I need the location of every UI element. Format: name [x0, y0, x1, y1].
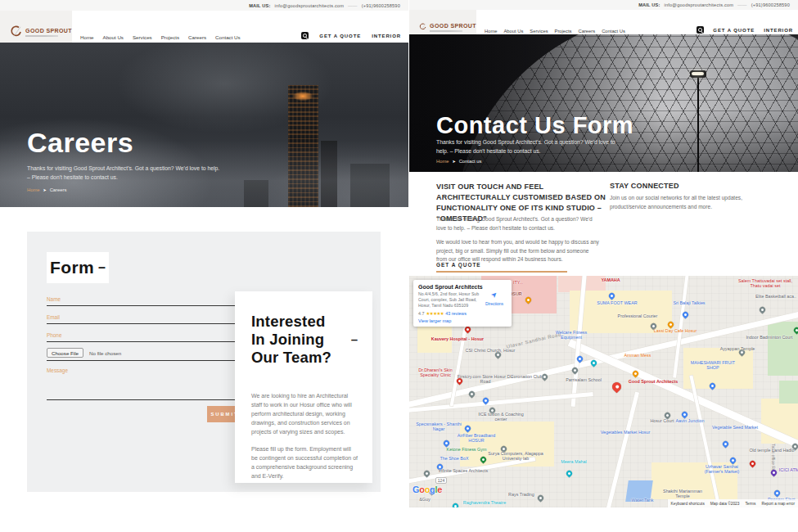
- nav-item-home[interactable]: Home: [80, 34, 94, 40]
- file-status-text: No file chosen: [89, 350, 121, 356]
- map-poi-label[interactable]: Specsmakers - Shanthi Nagar: [414, 422, 463, 432]
- get-a-quote-button[interactable]: GET A QUOTE: [713, 28, 755, 33]
- map-pin[interactable]: [722, 440, 730, 449]
- map-poi-label[interactable]: Kauvery Hospital - Hosur: [424, 336, 491, 341]
- nav-item-about-us[interactable]: About Us: [503, 29, 523, 34]
- join-team-card: Interested In Joining Our Team? – We are…: [235, 291, 372, 483]
- stage: MAIL US: info@goodsproutarchitects.com —…: [0, 0, 798, 532]
- map-poi-label[interactable]: Aavin Junction: [671, 418, 709, 423]
- breadcrumb: Home ➤ Careers: [27, 187, 66, 192]
- map-poi-label[interactable]: Water Tank: [625, 498, 660, 503]
- map-poi-label[interactable]: YAMAHA: [594, 277, 627, 282]
- form-title: Form: [50, 258, 94, 277]
- map-poi-label[interactable]: Professional Courier: [609, 313, 666, 318]
- map-poi-label[interactable]: Sri Balaji Talkies: [666, 300, 712, 305]
- map-pin[interactable]: [759, 306, 767, 314]
- map-poi-label[interactable]: ICICI ATM: [774, 467, 798, 472]
- map-poi-label[interactable]: Vegetables Market Hosur: [596, 430, 655, 435]
- phone-link[interactable]: (+91)9600258590: [362, 3, 400, 8]
- nav-item-projects[interactable]: Projects: [161, 34, 179, 40]
- map-poi-label[interactable]: Elite Basketball aca..: [755, 294, 797, 299]
- report-error-link[interactable]: Report a map error: [761, 502, 795, 506]
- get-a-quote-button[interactable]: GET A QUOTE: [319, 34, 361, 38]
- nav-item-home[interactable]: Home: [485, 29, 497, 34]
- careers-hero: Careers Thanks for visiting Good Sprout …: [0, 43, 408, 207]
- nav-item-about-us[interactable]: About Us: [103, 34, 124, 40]
- choose-file-button[interactable]: Choose File: [47, 348, 83, 358]
- map-poi-label[interactable]: Salem Thattuvadai set stall, Thatu vadai…: [735, 278, 796, 289]
- map-poi-label[interactable]: Parrisalam School: [558, 377, 609, 382]
- reviews-link[interactable]: 43 reviews: [445, 311, 467, 316]
- map-poi-label[interactable]: &Guy: [414, 497, 435, 502]
- map-poi-label[interactable]: Welcare Fitness Equipment: [545, 330, 597, 340]
- stay-connected-heading: STAY CONNECTED: [610, 182, 679, 190]
- phone-link[interactable]: (+91)9600258590: [751, 2, 790, 7]
- email-link[interactable]: info@goodsproutarchitects.com: [665, 2, 734, 7]
- map-pin[interactable]: [443, 440, 451, 448]
- map-poi-label[interactable]: MAHESHWARI FRUIT SHOP: [688, 360, 738, 371]
- nav-item-services[interactable]: Services: [530, 29, 548, 34]
- keyboard-shortcuts-link[interactable]: Keyboard shortcuts: [671, 502, 705, 506]
- map-data-label: Map data ©2023: [710, 502, 740, 506]
- map-poi-label[interactable]: Ayyappan Temple: [712, 346, 763, 351]
- map-poi-label[interactable]: CSI Christ Church, Hosur: [455, 348, 525, 353]
- breadcrumb-home[interactable]: Home: [436, 159, 449, 164]
- map-pin[interactable]: [749, 460, 757, 468]
- field-label: Phone: [47, 332, 61, 338]
- nav-item-careers[interactable]: Careers: [188, 34, 206, 40]
- map-poi-label[interactable]: AirFiber Broadband HOSUR: [450, 433, 503, 444]
- view-larger-map-link[interactable]: View larger map: [418, 318, 451, 323]
- map-poi-label[interactable]: 124: [435, 477, 447, 484]
- map-pin[interactable]: [681, 411, 689, 419]
- map-poi-label[interactable]: Good Sprout Architects: [619, 379, 688, 384]
- map-poi-label[interactable]: The Shoe BoX: [435, 456, 473, 461]
- nav-item-contact-us[interactable]: Contact Us: [602, 29, 625, 34]
- breadcrumb-home[interactable]: Home: [27, 187, 39, 192]
- map-poi-label[interactable]: Vegetable Seed Market: [704, 425, 766, 430]
- map-poi-label[interactable]: Infinite Spaces Architects: [426, 468, 501, 473]
- terms-link[interactable]: Terms: [745, 502, 755, 506]
- map-info-card: Good Sprout Architects No.4/4,5/6, 2nd f…: [413, 280, 512, 327]
- search-icon[interactable]: [697, 26, 704, 34]
- search-icon[interactable]: [301, 32, 309, 39]
- brand-tagline: [25, 35, 58, 37]
- mail-label: MAIL US:: [249, 3, 270, 8]
- map-poi-label[interactable]: Rays Trading: [503, 492, 540, 497]
- map-poi-label[interactable]: Ketone Fitness Gym: [440, 447, 493, 452]
- map-pin[interactable]: [773, 489, 782, 498]
- map-poi-label[interactable]: IICE tuition & Coaching center: [475, 412, 527, 422]
- map-poi-label[interactable]: Dr.Dharani's Skin Speciality Clinic: [412, 367, 459, 378]
- tower-sign-glow: [293, 92, 313, 101]
- map-poi-label[interactable]: Uzhavar Santhai (Farmer's Market): [696, 464, 748, 475]
- interior-button[interactable]: INTERIOR: [372, 34, 401, 38]
- map-canvas[interactable]: Ulavar Sandhai Road Taluk office Rd Good…: [409, 276, 798, 507]
- map-poi-label[interactable]: Shakthi Mariamman Temple: [657, 489, 708, 499]
- hero-subtitle: Thanks for visiting Good Sprout Architec…: [436, 138, 626, 156]
- brand-tagline: [430, 30, 462, 32]
- breadcrumb-current: Careers: [50, 187, 67, 192]
- map-poi-label[interactable]: Coronation Club: [501, 374, 552, 379]
- map-poi-label[interactable]: Meera Mahal: [555, 459, 593, 464]
- map-poi-label[interactable]: Old temple Land Hadlo: [746, 448, 797, 453]
- get-a-quote-link[interactable]: GET A QUOTE: [436, 262, 567, 273]
- map-pin[interactable]: [566, 470, 574, 478]
- directions-button[interactable]: ➤ Directions: [481, 286, 507, 306]
- map-poi-label[interactable]: Surya Computers, Alagappa University lab: [486, 451, 545, 462]
- nav-item-contact-us[interactable]: Contact Us: [215, 34, 241, 40]
- nav-item-projects[interactable]: Projects: [555, 29, 572, 34]
- nav-item-careers[interactable]: Careers: [579, 29, 596, 34]
- map-poi-label[interactable]: SUMA FOOT WEAR: [594, 300, 640, 305]
- map-poi-label[interactable]: Amman Mess: [619, 353, 656, 358]
- map-poi-label[interactable]: Indoor Badminton Court: [743, 335, 796, 340]
- form-title-box: Form –: [47, 252, 109, 283]
- google-logo[interactable]: Google: [413, 485, 442, 494]
- interior-button[interactable]: INTERIOR: [764, 28, 793, 33]
- map-poi-label[interactable]: Lassi Day Cafe Hosur: [650, 328, 701, 333]
- nav-item-services[interactable]: Services: [133, 34, 152, 40]
- topbar: MAIL US: info@goodsproutarchitects.com —…: [409, 0, 798, 10]
- topbar-separator: ——: [348, 3, 358, 8]
- join-heading: Interested In Joining Our Team?: [251, 313, 359, 366]
- email-link[interactable]: info@goodsproutarchitects.com: [275, 3, 345, 8]
- map-poi-label[interactable]: Raghavendra Theatre: [455, 500, 514, 505]
- main-nav: HomeAbout UsServicesProjectsCareersConta…: [485, 29, 625, 34]
